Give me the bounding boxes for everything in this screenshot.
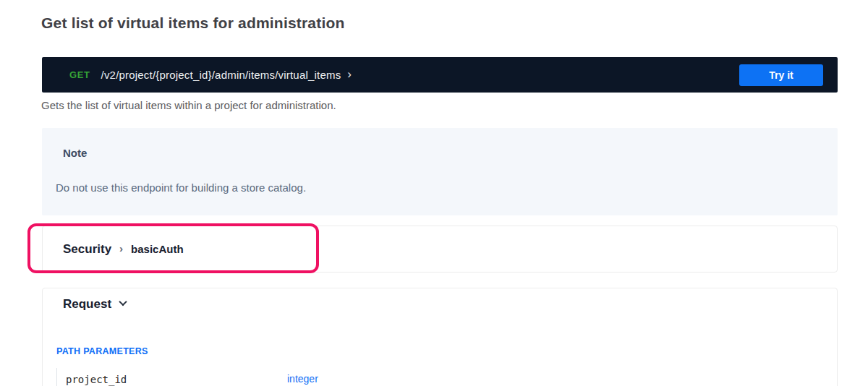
parameter-name: project_id	[66, 374, 127, 385]
endpoint-description: Gets the list of virtual items within a …	[41, 99, 336, 111]
parameter-type: integer	[287, 373, 318, 385]
page-title: Get list of virtual items for administra…	[41, 14, 345, 32]
chevron-right-icon: ›	[119, 242, 123, 254]
endpoint-bar[interactable]: GET /v2/project/{project_id}/admin/items…	[42, 57, 838, 93]
api-docs-page: Get list of virtual items for administra…	[0, 0, 868, 386]
try-it-button[interactable]: Try it	[739, 64, 823, 86]
http-method-badge: GET	[69, 69, 90, 80]
request-label: Request	[63, 297, 111, 312]
request-header[interactable]: Request	[63, 297, 126, 312]
parameter-row: project_id integer	[56, 368, 816, 386]
note-callout: Note Do not use this endpoint for buildi…	[42, 128, 838, 215]
path-parameters-label: PATH PARAMETERS	[56, 346, 148, 356]
security-scheme-link[interactable]: basicAuth	[131, 243, 184, 255]
note-body: Do not use this endpoint for building a …	[56, 181, 306, 194]
chevron-right-icon[interactable]: ›	[347, 68, 352, 80]
endpoint-path: /v2/project/{project_id}/admin/items/vir…	[101, 69, 341, 81]
note-heading: Note	[63, 147, 87, 159]
request-section: Request PATH PARAMETERS project_id integ…	[42, 288, 838, 386]
security-section: Security › basicAuth	[42, 226, 838, 273]
security-label: Security	[63, 242, 111, 257]
chevron-down-icon	[119, 298, 127, 306]
